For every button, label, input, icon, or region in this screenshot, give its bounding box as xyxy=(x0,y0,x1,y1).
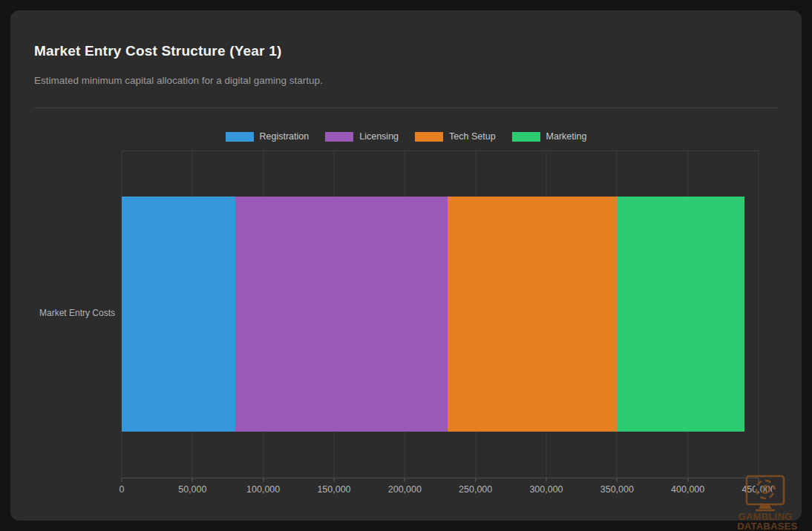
legend-swatch xyxy=(512,132,540,142)
legend-item-licensing[interactable]: Licensing xyxy=(325,131,399,142)
chart-card: Market Entry Cost Structure (Year 1) Est… xyxy=(10,10,802,521)
divider xyxy=(34,108,778,108)
tick-mark xyxy=(192,478,193,482)
tick-mark xyxy=(687,478,688,482)
tick-mark xyxy=(333,478,334,482)
x-tick-label: 450,000 xyxy=(741,484,775,495)
legend-label: Marketing xyxy=(546,131,587,142)
tick-mark xyxy=(263,478,263,482)
watermark-line2: DATABASES xyxy=(737,522,793,531)
legend-label: Registration xyxy=(260,131,310,142)
x-tick-label: 150,000 xyxy=(317,484,350,495)
tick-mark xyxy=(405,478,405,482)
x-tick-label: 300,000 xyxy=(529,484,563,495)
legend-item-marketing[interactable]: Marketing xyxy=(512,131,587,142)
page-title: Market Entry Cost Structure (Year 1) xyxy=(34,43,281,59)
watermark: GAMBLING DATABASES xyxy=(736,475,794,531)
bar-segment-marketing[interactable] xyxy=(617,197,744,432)
tick-mark xyxy=(546,478,546,482)
x-tick-label: 350,000 xyxy=(600,484,634,495)
bar-segment-licensing[interactable] xyxy=(235,197,448,432)
bar-segment-registration[interactable] xyxy=(122,197,235,432)
x-tick-label: 50,000 xyxy=(178,484,206,495)
stacked-bar xyxy=(122,197,759,432)
legend-item-tech-setup[interactable]: Tech Setup xyxy=(415,131,496,142)
tick-mark xyxy=(475,478,476,482)
legend-swatch xyxy=(226,132,254,142)
plot-area xyxy=(122,151,759,478)
tick-mark xyxy=(122,478,122,482)
x-tick-label: 400,000 xyxy=(671,484,704,495)
chart-legend: RegistrationLicensingTech SetupMarketing xyxy=(10,131,802,142)
tick-mark xyxy=(759,478,759,482)
bar-segment-tech-setup[interactable] xyxy=(448,197,618,432)
legend-label: Tech Setup xyxy=(449,131,496,142)
category-label: Market Entry Costs xyxy=(10,308,115,318)
legend-swatch xyxy=(415,132,443,142)
watermark-line1: GAMBLING xyxy=(737,512,793,522)
legend-label: Licensing xyxy=(359,131,399,142)
legend-swatch xyxy=(325,132,353,142)
x-axis-tick-labels: 050,000100,000150,000200,000250,000300,0… xyxy=(122,484,759,496)
x-tick-label: 250,000 xyxy=(459,484,492,495)
x-tick-label: 200,000 xyxy=(388,484,422,495)
page-subtitle: Estimated minimum capital allocation for… xyxy=(34,75,323,86)
legend-item-registration[interactable]: Registration xyxy=(226,131,310,142)
x-tick-label: 0 xyxy=(119,484,125,495)
tick-mark xyxy=(617,478,618,482)
x-tick-label: 100,000 xyxy=(246,484,280,495)
